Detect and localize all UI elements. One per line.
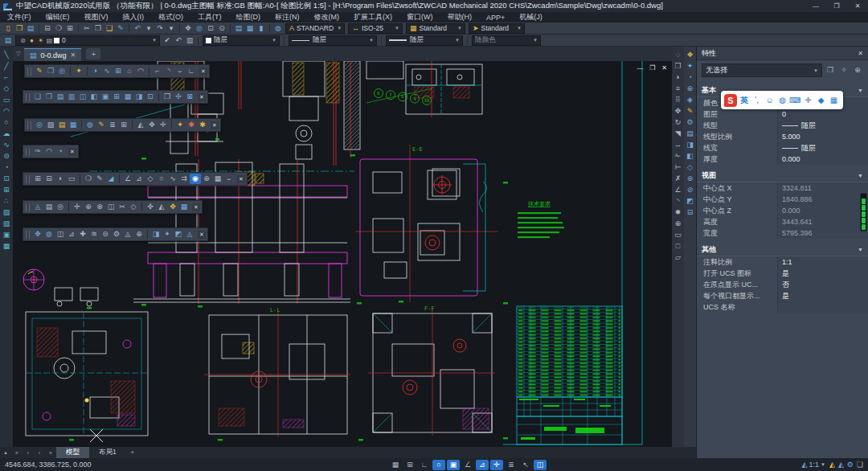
toolbar-icon[interactable]: ◍ <box>43 229 55 240</box>
toolbar-icon[interactable]: ✎ <box>94 174 105 184</box>
toolbar-icon[interactable]: ◎ <box>34 120 45 130</box>
close-icon[interactable]: ✕ <box>199 68 207 76</box>
make-object-layer-current-icon[interactable]: ✔ <box>162 35 173 46</box>
toolbar-icon[interactable]: ⊗ <box>94 202 105 212</box>
layout-tab-model[interactable]: 模型 <box>56 447 89 458</box>
close-icon[interactable]: ✕ <box>237 175 245 183</box>
plot-preview-icon[interactable]: ❍ <box>53 23 64 34</box>
toolbar-icon[interactable]: ◔ <box>55 146 66 157</box>
toolbar-icon[interactable]: ⊿ <box>133 174 145 184</box>
selection-cycling-toggle[interactable]: ↖ <box>519 460 532 470</box>
property-value[interactable]: 0.000 <box>777 205 868 216</box>
toolbar-icon[interactable]: ⊕ <box>201 174 212 184</box>
menu-item[interactable]: APP+ <box>479 12 512 23</box>
property-value[interactable]: 随层 <box>777 120 868 131</box>
mech-view-icon[interactable]: ◨ <box>685 139 696 150</box>
section-header[interactable]: 视图▼ <box>697 170 868 182</box>
property-value[interactable] <box>777 301 868 313</box>
toolbar-icon[interactable]: ✛ <box>158 120 169 130</box>
join-icon[interactable]: ⊕ <box>673 218 684 229</box>
publish-icon[interactable]: ⊞ <box>64 23 76 34</box>
point-icon[interactable]: ∴ <box>1 195 12 207</box>
close-icon[interactable]: ✕ <box>68 148 76 156</box>
new-drawing-tab-button[interactable]: ＋ <box>86 48 100 59</box>
toolbar-icon[interactable]: ◬ <box>32 202 43 212</box>
array-icon[interactable]: ⠿ <box>673 94 684 105</box>
cloud-icon[interactable]: ◍ <box>272 23 284 34</box>
mech-shaft-icon[interactable]: ⊘ <box>685 184 696 195</box>
toolbar-icon[interactable]: ✜ <box>145 202 156 212</box>
rectangle-icon[interactable]: ▭ <box>1 94 12 105</box>
layout-tab-layout1[interactable]: 布局1 <box>89 447 126 458</box>
ellipse-arc-icon[interactable]: ◔ <box>1 162 12 173</box>
toolbar-icon[interactable]: ⌣ <box>223 174 235 184</box>
zoom-previous-icon[interactable]: ⊙ <box>216 23 227 34</box>
property-value[interactable]: 否 <box>777 279 868 290</box>
toolbar-icon[interactable]: ◨ <box>150 229 162 240</box>
trim-icon[interactable]: ✁ <box>673 150 684 162</box>
rotate-icon[interactable]: ↻ <box>673 117 684 128</box>
circle-icon[interactable]: ○ <box>1 117 12 128</box>
toolbar-grip[interactable] <box>26 148 30 156</box>
toolbar-grip[interactable] <box>27 121 31 129</box>
add-layout-button[interactable]: ＋ <box>126 448 139 457</box>
design-center-icon[interactable]: ▦ <box>244 23 256 34</box>
toolbar-icon[interactable]: ✎ <box>96 120 107 130</box>
text-style-combo[interactable]: ASTANDARD▼ <box>285 23 345 34</box>
snap-toggle[interactable]: ⊞ <box>403 460 416 470</box>
hatch-icon[interactable]: ▨ <box>1 207 12 218</box>
dim-style-combo[interactable]: ↔ISO-25▼ <box>348 23 403 34</box>
property-value[interactable]: 1:1 <box>777 256 868 268</box>
annotation-autoscale-icon[interactable]: ◭ <box>838 460 844 470</box>
toolbar-icon[interactable]: ✂ <box>117 202 128 212</box>
mech-bom-icon[interactable]: ◩ <box>685 195 696 207</box>
break-icon[interactable]: ✗ <box>673 173 684 184</box>
lineweight-toggle[interactable]: ≣ <box>505 460 518 470</box>
line-icon[interactable]: ╲ <box>1 49 12 60</box>
close-icon[interactable]: ✕ <box>198 93 206 101</box>
grid-toggle[interactable]: ▦ <box>389 460 402 470</box>
osnap-toggle[interactable]: ○ <box>432 460 445 470</box>
toolbar-icon[interactable]: ▦ <box>122 92 133 102</box>
toolbar-icon[interactable]: ⊞ <box>113 66 124 76</box>
toolbar-icon[interactable]: ⌐ <box>152 66 163 76</box>
stretch-icon[interactable]: ↔ <box>673 139 684 150</box>
skin-icon[interactable]: ◆ <box>816 96 826 104</box>
osnap-box-toggle[interactable]: ▣ <box>447 460 460 470</box>
toolbar-icon[interactable]: ✦ <box>174 120 186 130</box>
quick-select-icon[interactable]: ✧ <box>838 65 850 76</box>
construction-line-icon[interactable]: ╱ <box>1 60 12 72</box>
toolbar-icon[interactable]: ≋ <box>88 229 100 240</box>
toolbar-icon[interactable]: ◭ <box>135 120 146 130</box>
toolbar-icon[interactable]: ✦ <box>162 229 173 240</box>
toolbar-icon[interactable]: ⊕ <box>133 229 145 240</box>
toolbar-icon[interactable]: ◇ <box>145 174 156 184</box>
mech-detail-icon[interactable]: ◇ <box>685 162 696 173</box>
selection-filter-dropdown[interactable]: 无选择 ▼ <box>702 63 822 77</box>
toolbar-icon[interactable]: ◫ <box>105 202 117 212</box>
undo-dropdown-icon[interactable]: ▾ <box>143 23 154 34</box>
mech-settings-icon[interactable]: ⚙ <box>685 117 696 128</box>
menu-item[interactable]: 扩展工具(X) <box>346 12 399 23</box>
paste-icon[interactable]: ❑ <box>104 23 115 34</box>
menu-item[interactable]: 文件(F) <box>0 12 39 23</box>
toolbar-icon[interactable]: ◬ <box>184 229 195 240</box>
toolbar-icon[interactable]: ◗ <box>55 174 66 184</box>
menu-item[interactable]: 编辑(E) <box>39 12 77 23</box>
make-block-icon[interactable]: ⊞ <box>1 184 12 195</box>
toolbar-icon[interactable]: ◩ <box>173 229 184 240</box>
properties-palette-icon[interactable]: ▤ <box>233 23 244 34</box>
toolbar-icon[interactable]: ✥ <box>167 202 178 212</box>
ortho-toggle[interactable]: ∟ <box>418 460 431 470</box>
explode-icon[interactable]: ✸ <box>673 207 684 218</box>
annotation-visibility-icon[interactable]: ◭ <box>829 460 835 470</box>
menu-item[interactable]: 格式(O) <box>151 12 190 23</box>
mech-library-icon[interactable]: ❖ <box>685 49 696 60</box>
workspace-toggle[interactable]: ◫ <box>534 460 547 470</box>
match-properties-icon[interactable]: ✎ <box>115 23 126 34</box>
emoji-icon[interactable]: ☺ <box>764 96 775 104</box>
undo-icon[interactable]: ↶ <box>132 23 143 34</box>
next-layout-icon[interactable]: › <box>34 450 45 456</box>
toolbar-grip[interactable] <box>26 231 30 239</box>
close-icon[interactable]: ✕ <box>192 203 200 211</box>
